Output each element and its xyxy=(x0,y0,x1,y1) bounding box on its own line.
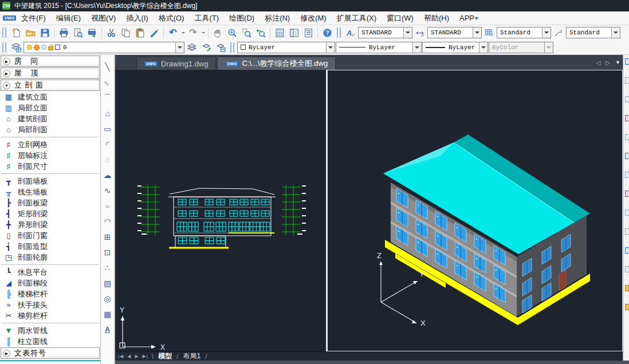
layer-isolate-button[interactable] xyxy=(214,41,227,54)
color-select[interactable]: ByLayer xyxy=(237,42,335,53)
expand-arrow-icon[interactable]: ▶ xyxy=(3,58,10,65)
menu-view[interactable]: 视图(V) xyxy=(86,12,121,25)
tool-handrail-joint[interactable]: »扶手接头 xyxy=(0,299,100,310)
tool-section-slab-beam[interactable]: ┣剖面板梁 xyxy=(0,197,100,208)
previous-layout-button[interactable]: ◀ xyxy=(127,354,131,359)
tool-stair-railing[interactable]: ╠楼梯栏杆 xyxy=(0,288,100,299)
clipped-toolbar-button[interactable] xyxy=(625,77,629,84)
dropdown-arrow-icon[interactable] xyxy=(326,42,335,53)
palette-header-section[interactable]: ▼ 立 剖 面 xyxy=(1,80,100,91)
polyline-tool[interactable]: ⌒ xyxy=(102,93,113,103)
mleader-style-select[interactable]: Standard xyxy=(566,27,620,38)
toolbar-grip[interactable] xyxy=(2,42,6,53)
menu-modify[interactable]: 修改(M) xyxy=(295,12,332,25)
model-space-canvas[interactable]: Y X xyxy=(115,70,623,351)
tab-scroll-right-icon[interactable]: ▷ xyxy=(606,60,610,66)
clipped-toolbar-button[interactable] xyxy=(625,228,629,235)
layer-previous-button[interactable] xyxy=(199,41,213,54)
clipped-toolbar-button[interactable] xyxy=(625,58,629,65)
first-layout-button[interactable]: |◀ xyxy=(118,354,124,359)
paste-button[interactable] xyxy=(133,26,147,39)
dropdown-arrow-icon[interactable] xyxy=(473,27,481,38)
dropdown-arrow-icon[interactable] xyxy=(479,42,488,53)
viewport-elevation[interactable]: Y X xyxy=(115,70,326,351)
layer-select[interactable]: 0 xyxy=(23,42,184,53)
menu-express-tools[interactable]: 扩展工具(X) xyxy=(332,12,382,25)
redo-button[interactable]: ↷ xyxy=(186,26,200,39)
clipped-toolbar-button[interactable] xyxy=(625,172,629,178)
copy-button[interactable] xyxy=(119,26,132,39)
circle-tool[interactable]: ◌ xyxy=(102,155,113,165)
lineweight-select[interactable]: ByLayer xyxy=(422,42,488,53)
clipped-toolbar-button[interactable] xyxy=(625,191,629,197)
dropdown-arrow-icon[interactable] xyxy=(175,42,184,53)
tool-section-wall[interactable]: ┳剖面墙板 xyxy=(0,176,100,187)
linetype-select[interactable]: ByLayer xyxy=(336,42,422,53)
save-button[interactable] xyxy=(38,26,52,39)
table-style-icon[interactable] xyxy=(482,26,496,39)
table-tool[interactable]: ▦ xyxy=(102,309,113,319)
tool-rect-beam[interactable]: ┫矩形剖梁 xyxy=(0,208,100,219)
donut-tool[interactable]: ◎ xyxy=(102,294,113,304)
tool-rainwater-pipe[interactable]: ▼雨水管线 xyxy=(0,325,100,336)
model-tab[interactable]: 模型 xyxy=(157,351,173,361)
clipped-toolbar-button[interactable] xyxy=(625,247,629,254)
tab-list-icon[interactable]: ▼ xyxy=(615,60,620,65)
tool-axis-annotation[interactable]: ♯层轴标注 xyxy=(0,150,100,161)
new-file-button[interactable] xyxy=(9,26,23,39)
zoom-window-button[interactable] xyxy=(239,26,253,39)
last-layout-button[interactable]: ▶| xyxy=(143,354,148,359)
point-tool[interactable]: ∴ xyxy=(102,263,113,273)
tool-stair-trim-railing[interactable]: ✂梯剪栏杆 xyxy=(0,310,100,321)
menu-draw[interactable]: 绘图(D) xyxy=(224,12,260,25)
ellipse-tool[interactable]: ○ xyxy=(102,203,113,210)
menu-tools[interactable]: 工具(T) xyxy=(189,12,224,25)
line-tool[interactable]: ╲ xyxy=(102,62,113,72)
palette-header-symbols[interactable]: ▶ 文表符号 xyxy=(1,347,100,359)
next-layout-button[interactable]: ▶ xyxy=(135,354,139,359)
undo-dropdown[interactable] xyxy=(180,26,186,39)
toolbar-grip[interactable] xyxy=(337,27,341,38)
make-block-tool[interactable]: ⊡ xyxy=(102,247,113,258)
arc-tool[interactable]: ◜ xyxy=(102,139,113,149)
menu-insert[interactable]: 插入(I) xyxy=(121,12,153,25)
tool-column-elevation-line[interactable]: ║柱立面线 xyxy=(0,336,100,347)
clipped-toolbar-button[interactable] xyxy=(625,115,629,121)
menu-dimension[interactable]: 标注(N) xyxy=(260,12,295,25)
menu-edit[interactable]: 编辑(E) xyxy=(51,12,86,25)
dropdown-arrow-icon[interactable] xyxy=(412,42,421,53)
clipped-toolbar-button[interactable] xyxy=(625,285,629,291)
clipped-toolbar-button[interactable] xyxy=(625,134,629,140)
tool-landing-platform[interactable]: ┗休息平台 xyxy=(0,267,100,278)
viewport-3d-model[interactable]: Z Y X xyxy=(327,70,623,351)
palette-header-roof[interactable]: ▶ 屋 顶 xyxy=(1,68,100,79)
toolbar-grip[interactable] xyxy=(230,42,234,53)
toolbar-grip[interactable] xyxy=(2,27,6,38)
clipped-toolbar-button[interactable] xyxy=(625,96,629,102)
layer-states-button[interactable] xyxy=(185,41,199,54)
tool-section-window[interactable]: ▯剖面门窗 xyxy=(0,230,100,241)
tool-section-grid[interactable]: ♯立剖网格 xyxy=(0,139,100,150)
layer-manager-button[interactable] xyxy=(9,41,23,54)
menu-file[interactable]: 文件(F) xyxy=(16,12,51,25)
palette-header-room[interactable]: ▶ 房 间 xyxy=(1,56,100,67)
tool-stair-section[interactable]: ◢剖面梯段 xyxy=(0,278,100,288)
cut-button[interactable] xyxy=(104,26,118,39)
print-preview-button[interactable] xyxy=(71,26,85,39)
tool-line-wall[interactable]: ╥线生墙板 xyxy=(0,187,100,197)
clipped-toolbar-button[interactable] xyxy=(625,266,629,272)
dim-style-select[interactable]: STANDARD xyxy=(427,27,482,38)
dim-style-icon[interactable] xyxy=(413,26,427,39)
tool-section-outline[interactable]: ◳剖面轮廓 xyxy=(0,252,100,263)
tool-section-dimension[interactable]: ♯剖面尺寸 xyxy=(0,161,100,172)
quick-select-button[interactable] xyxy=(301,26,315,39)
layout1-tab[interactable]: 布局1 xyxy=(182,351,202,361)
collapse-arrow-icon[interactable]: ▼ xyxy=(3,82,10,89)
table-style-select[interactable]: Standard xyxy=(497,27,551,38)
construction-line-tool[interactable]: ↔ xyxy=(100,75,115,90)
properties-palette-button[interactable] xyxy=(287,26,301,39)
revision-cloud-tool[interactable]: ☁ xyxy=(102,170,113,180)
menu-format[interactable]: 格式(O) xyxy=(154,12,190,25)
drawing-tab-1[interactable]: DWG Drawing1.dwg xyxy=(136,57,216,70)
insert-block-tool[interactable]: ⊞ xyxy=(102,232,113,242)
